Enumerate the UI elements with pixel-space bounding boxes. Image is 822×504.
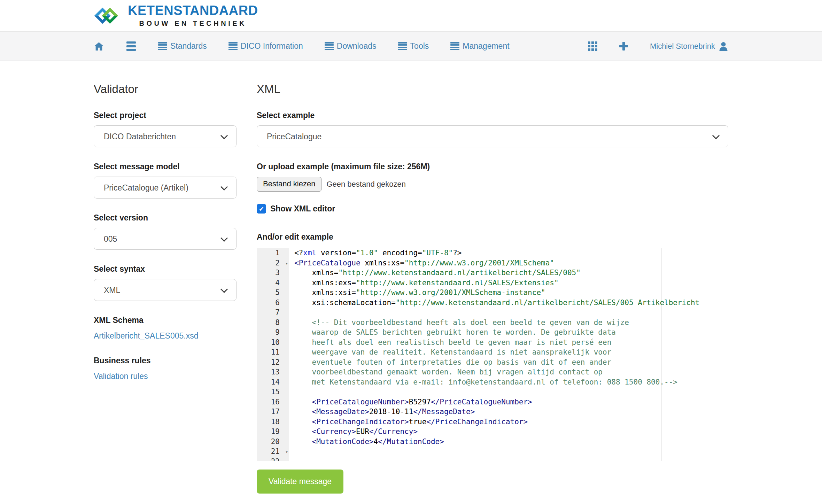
code-line[interactable]: weergave van de realiteit. Ketenstandaar… [289, 347, 611, 357]
business-rules-label: Business rules [94, 356, 236, 365]
choose-file-button[interactable]: Bestand kiezen [257, 177, 321, 192]
user-icon [719, 41, 728, 52]
list-icon [398, 42, 407, 50]
nav-item-label: DICO Information [241, 41, 303, 51]
list-icon [228, 42, 238, 50]
code-line[interactable]: <Currency>EUR</Currency> [289, 427, 418, 437]
code-line[interactable]: heeft als doel een realistisch beeld te … [289, 338, 611, 348]
select-select-syntax[interactable]: XML [94, 279, 236, 301]
list-icon [450, 42, 459, 50]
brand[interactable]: KETENSTANDAARD BOUW EN TECHNIEK [94, 3, 258, 28]
file-status: Geen bestand gekozen [326, 180, 406, 189]
code-line[interactable]: xsi:schemaLocation="http://www.ketenstan… [289, 298, 699, 308]
user-name: Michiel Stornebrink [650, 42, 715, 51]
brand-name: KETENSTANDAARD [128, 4, 258, 17]
code-line[interactable]: xmlns:exs="http://www.ketenstandaard.nl/… [289, 278, 559, 288]
apps-grid-icon[interactable] [588, 41, 597, 51]
xml-code-editor[interactable]: 1<?xml version="1.0" encoding="UTF-8"?>2… [257, 248, 728, 461]
line-number: 19 [257, 427, 289, 437]
line-number: 20 [257, 437, 289, 447]
code-line[interactable] [289, 308, 294, 318]
sidebar-fields: Select projectDICO DataberichtenSelect m… [94, 111, 236, 301]
select-select-version[interactable]: 005 [94, 228, 236, 250]
line-number: 10 [257, 338, 289, 348]
line-number: 13 [257, 367, 289, 377]
line-number: 16 [257, 397, 289, 407]
nav-item-management[interactable]: Management [450, 41, 509, 51]
brand-tagline: BOUW EN TECHNIEK [139, 20, 247, 28]
select-select-message-model[interactable]: PriceCatalogue (Artikel) [94, 177, 236, 199]
editor-lines: 1<?xml version="1.0" encoding="UTF-8"?>2… [257, 248, 728, 461]
code-line[interactable]: <MessageDate>2018-10-11</MessageDate> [289, 407, 475, 417]
nav-item-dico-information[interactable]: DICO Information [228, 41, 303, 51]
field-label: Select message model [94, 162, 236, 171]
code-line[interactable]: met Ketenstandaard via e-mail: info@kete… [289, 377, 677, 387]
field-label: Select project [94, 111, 236, 120]
menu-icon[interactable] [126, 41, 136, 51]
show-xml-editor-checkbox[interactable] [257, 204, 266, 214]
code-line[interactable]: xmlns:xsi="http://www.w3.org/2001/XMLSch… [289, 288, 545, 298]
nav-item-label: Standards [170, 41, 207, 51]
fold-arrow-icon[interactable]: ▾ [285, 259, 288, 269]
line-number: 21▾ [257, 447, 289, 457]
main-nav: StandardsDICO InformationDownloadsToolsM… [0, 31, 822, 61]
validator-title: Validator [94, 82, 236, 96]
code-line[interactable]: <?xml version="1.0" encoding="UTF-8"?> [289, 248, 462, 258]
code-line[interactable] [289, 447, 294, 457]
edit-example-label: And/or edit example [257, 232, 728, 242]
code-line[interactable]: voorbeeldbestand gemaakt worden. Neem bi… [289, 367, 603, 377]
select-example[interactable]: PriceCatalogue [257, 125, 728, 147]
line-number: 7 [257, 308, 289, 318]
line-number: 5 [257, 288, 289, 298]
line-number: 15 [257, 387, 289, 397]
code-line[interactable]: eventuele fouten of interpretaties die o… [289, 357, 611, 367]
code-line[interactable]: <!-- Dit voorbeeldbestand heeft als doel… [289, 318, 629, 328]
nav-item-standards[interactable]: Standards [158, 41, 207, 51]
header: KETENSTANDAARD BOUW EN TECHNIEK [0, 0, 822, 31]
nav-item-label: Downloads [337, 41, 377, 51]
line-number: 2▾ [257, 258, 289, 268]
xml-panel: XML Select example PriceCatalogue Or upl… [257, 82, 728, 494]
validation-rules-link[interactable]: Validation rules [94, 372, 148, 381]
code-line[interactable]: <PriceCatalogueNumber>B5297</PriceCatalo… [289, 397, 532, 407]
line-number: 3 [257, 268, 289, 278]
code-line[interactable]: waarop de SALES berichten gebruikt horen… [289, 327, 616, 338]
line-number: 14 [257, 377, 289, 387]
line-number: 18 [257, 417, 289, 427]
plus-icon[interactable] [619, 41, 628, 51]
validate-message-button[interactable]: Validate message [257, 470, 343, 494]
nav-item-downloads[interactable]: Downloads [325, 41, 377, 51]
code-line[interactable]: <MutationCode>4</MutationCode> [289, 437, 444, 447]
ketenstandaard-logo-icon [94, 3, 119, 28]
nav-item-tools[interactable]: Tools [398, 41, 429, 51]
code-line[interactable]: <PriceChangeIndicator>true</PriceChangeI… [289, 417, 528, 427]
code-line[interactable] [289, 457, 294, 462]
fold-arrow-icon[interactable]: ▾ [285, 447, 288, 457]
line-number: 8 [257, 318, 289, 328]
line-number: 12 [257, 357, 289, 367]
code-line[interactable] [289, 387, 294, 397]
nav-items: StandardsDICO InformationDownloadsToolsM… [158, 41, 510, 51]
list-icon [158, 42, 167, 50]
home-icon[interactable] [94, 41, 104, 52]
line-number: 17 [257, 407, 289, 417]
code-line[interactable]: <PriceCatalogue xmlns:xs="http://www.w3.… [289, 258, 554, 268]
upload-label: Or upload example (maximum file size: 25… [257, 162, 728, 171]
nav-item-label: Management [463, 41, 509, 51]
field-label: Select version [94, 213, 236, 223]
xml-title: XML [257, 82, 728, 96]
nav-item-label: Tools [410, 41, 429, 51]
code-line[interactable]: xmlns="http://www.ketenstandaard.nl/arti… [289, 268, 581, 278]
line-number: 4 [257, 278, 289, 288]
line-number: 22 [257, 457, 289, 462]
xml-schema-link[interactable]: Artikelbericht_SALES005.xsd [94, 331, 198, 341]
page: KETENSTANDAARD BOUW EN TECHNIEK Standard… [0, 0, 822, 504]
line-number: 1 [257, 248, 289, 258]
user-menu[interactable]: Michiel Stornebrink [650, 41, 728, 52]
select-select-project[interactable]: DICO Databerichten [94, 125, 236, 147]
xml-schema-label: XML Schema [94, 316, 236, 325]
line-number: 9 [257, 327, 289, 338]
validator-panel: Validator Select projectDICO Databericht… [94, 82, 236, 494]
show-xml-editor-label: Show XML editor [270, 204, 335, 214]
list-icon [325, 42, 334, 50]
